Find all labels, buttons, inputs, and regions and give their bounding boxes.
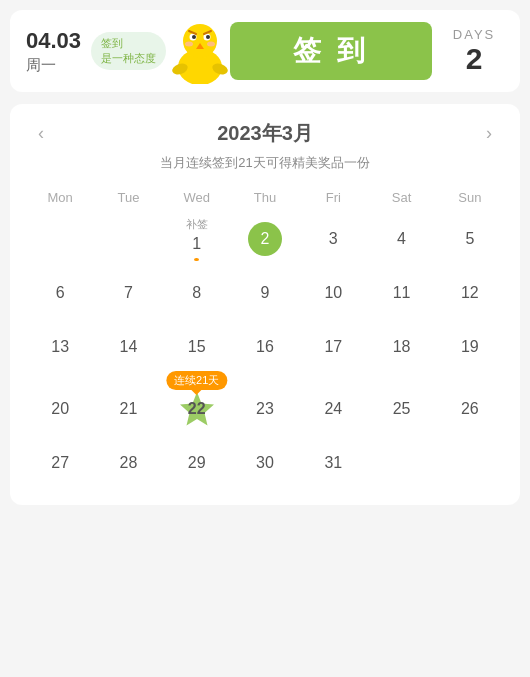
day-number-24: 24 bbox=[316, 392, 350, 426]
day-number-19: 19 bbox=[453, 330, 487, 364]
weekday-tue: Tue bbox=[94, 186, 162, 209]
day-number-12: 12 bbox=[453, 276, 487, 310]
day-number-21: 21 bbox=[111, 392, 145, 426]
day-number-30: 30 bbox=[248, 446, 282, 480]
day-cell-9[interactable]: 9 bbox=[231, 271, 299, 315]
day-number-20: 20 bbox=[43, 392, 77, 426]
days-section: DAYS 2 bbox=[444, 27, 504, 76]
day-number-18: 18 bbox=[385, 330, 419, 364]
day-number-26: 26 bbox=[453, 392, 487, 426]
day-number-5: 5 bbox=[453, 222, 487, 256]
weekday-headers: Mon Tue Wed Thu Fri Sat Sun bbox=[26, 186, 504, 209]
streak-badge: 连续21天 bbox=[166, 371, 227, 390]
slogan-line1: 签到 bbox=[101, 37, 123, 49]
weekday-thu: Thu bbox=[231, 186, 299, 209]
day-number-6: 6 bbox=[43, 276, 77, 310]
day-cell-5[interactable]: 5 bbox=[436, 217, 504, 261]
svg-point-10 bbox=[207, 41, 215, 46]
prev-month-button[interactable]: ‹ bbox=[26, 118, 56, 148]
day-number-8: 8 bbox=[180, 276, 214, 310]
day-cell-2[interactable]: 2 bbox=[231, 217, 299, 261]
days-count: 2 bbox=[466, 42, 483, 76]
day-cell-13[interactable]: 13 bbox=[26, 325, 94, 369]
day-number-14: 14 bbox=[111, 330, 145, 364]
day-number-15: 15 bbox=[180, 330, 214, 364]
dot-indicator bbox=[194, 258, 199, 261]
calendar-row-4: 20 21 连续21天 22 23 24 25 26 bbox=[26, 387, 504, 431]
chick-svg bbox=[170, 19, 230, 84]
weekday-mon: Mon bbox=[26, 186, 94, 209]
day-cell-11[interactable]: 11 bbox=[367, 271, 435, 315]
day-cell-26[interactable]: 26 bbox=[436, 387, 504, 431]
day-cell-22[interactable]: 连续21天 22 bbox=[163, 387, 231, 431]
day-cell-16[interactable]: 16 bbox=[231, 325, 299, 369]
day-cell-4[interactable]: 4 bbox=[367, 217, 435, 261]
app-container: 04.03 周一 签到 是一种态度 bbox=[0, 0, 530, 515]
calendar-row-5: 27 28 29 30 31 bbox=[26, 441, 504, 485]
day-cell-20[interactable]: 20 bbox=[26, 387, 94, 431]
day-cell-6[interactable]: 6 bbox=[26, 271, 94, 315]
day-number-9: 9 bbox=[248, 276, 282, 310]
calendar-title: 2023年3月 bbox=[217, 120, 313, 147]
calendar-subtitle: 当月连续签到21天可得精美奖品一份 bbox=[26, 154, 504, 172]
day-number-10: 10 bbox=[316, 276, 350, 310]
star-day-22: 22 bbox=[178, 390, 216, 428]
day-cell-14[interactable]: 14 bbox=[94, 325, 162, 369]
day-cell-19[interactable]: 19 bbox=[436, 325, 504, 369]
day-cell-17[interactable]: 17 bbox=[299, 325, 367, 369]
day-cell-1[interactable]: 补签 1 bbox=[163, 217, 231, 261]
day-cell-25[interactable]: 25 bbox=[367, 387, 435, 431]
day-cell-29[interactable]: 29 bbox=[163, 441, 231, 485]
empty-cell-sun bbox=[436, 441, 504, 485]
day-cell-30[interactable]: 30 bbox=[231, 441, 299, 485]
calendar-row-3: 13 14 15 16 17 18 19 bbox=[26, 325, 504, 369]
day-number-17: 17 bbox=[316, 330, 350, 364]
day-number-29: 29 bbox=[180, 446, 214, 480]
day-cell-8[interactable]: 8 bbox=[163, 271, 231, 315]
day-number-1: 1 bbox=[180, 233, 214, 256]
day-cell-31[interactable]: 31 bbox=[299, 441, 367, 485]
day-cell-18[interactable]: 18 bbox=[367, 325, 435, 369]
svg-point-9 bbox=[185, 41, 193, 46]
day-cell-27[interactable]: 27 bbox=[26, 441, 94, 485]
date-display: 04.03 bbox=[26, 28, 81, 54]
day-cell-21[interactable]: 21 bbox=[94, 387, 162, 431]
checkin-button[interactable]: 签 到 bbox=[230, 22, 432, 80]
day-cell-3[interactable]: 3 bbox=[299, 217, 367, 261]
day-number-16: 16 bbox=[248, 330, 282, 364]
day-number-27: 27 bbox=[43, 446, 77, 480]
day-cell-12[interactable]: 12 bbox=[436, 271, 504, 315]
day-cell-10[interactable]: 10 bbox=[299, 271, 367, 315]
calendar-header: ‹ 2023年3月 › bbox=[26, 118, 504, 148]
day-number-28: 28 bbox=[111, 446, 145, 480]
weekday-fri: Fri bbox=[299, 186, 367, 209]
svg-point-3 bbox=[192, 35, 196, 39]
weekday-sat: Sat bbox=[367, 186, 435, 209]
slogan-line2: 是一种态度 bbox=[101, 52, 156, 64]
slogan-box: 签到 是一种态度 bbox=[91, 32, 166, 71]
day-number-11: 11 bbox=[385, 276, 419, 310]
date-section: 04.03 周一 bbox=[26, 28, 81, 75]
day-number-3: 3 bbox=[316, 222, 350, 256]
weekday-sun: Sun bbox=[436, 186, 504, 209]
next-month-button[interactable]: › bbox=[474, 118, 504, 148]
weekday-display: 周一 bbox=[26, 56, 81, 75]
day-number-22: 22 bbox=[188, 400, 206, 418]
day-cell-24[interactable]: 24 bbox=[299, 387, 367, 431]
svg-point-5 bbox=[206, 35, 210, 39]
day-number-4: 4 bbox=[385, 222, 419, 256]
empty-cell-sat bbox=[367, 441, 435, 485]
empty-cell bbox=[26, 217, 94, 261]
calendar-row-1: 补签 1 2 3 4 5 bbox=[26, 217, 504, 261]
bupian-label: 补签 bbox=[186, 217, 208, 232]
weekday-wed: Wed bbox=[163, 186, 231, 209]
day-cell-23[interactable]: 23 bbox=[231, 387, 299, 431]
chick-mascot bbox=[170, 19, 230, 79]
day-cell-7[interactable]: 7 bbox=[94, 271, 162, 315]
calendar-row-2: 6 7 8 9 10 11 12 bbox=[26, 271, 504, 315]
day-number-23: 23 bbox=[248, 392, 282, 426]
header-card: 04.03 周一 签到 是一种态度 bbox=[10, 10, 520, 92]
day-cell-15[interactable]: 15 bbox=[163, 325, 231, 369]
day-number-13: 13 bbox=[43, 330, 77, 364]
day-cell-28[interactable]: 28 bbox=[94, 441, 162, 485]
